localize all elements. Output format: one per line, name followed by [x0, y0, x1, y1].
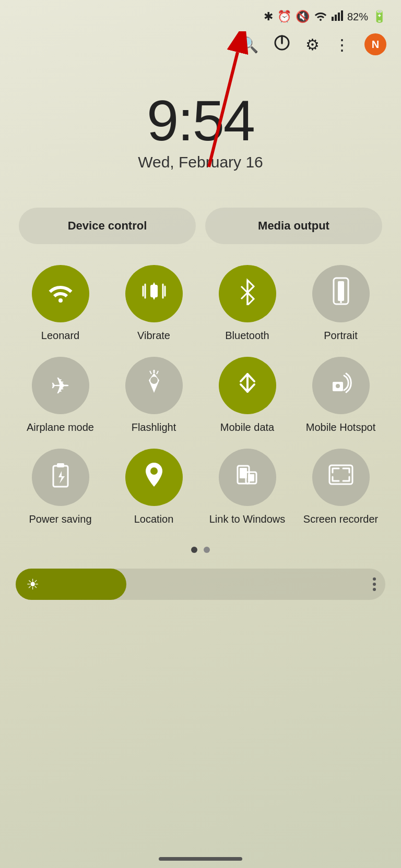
wifi-icon — [314, 9, 327, 24]
airplane-qs-icon: ✈ — [51, 372, 70, 399]
mute-icon: 🔇 — [296, 10, 310, 23]
media-output-button[interactable]: Media output — [205, 208, 382, 244]
location-qs-icon — [143, 461, 166, 494]
svg-rect-23 — [57, 463, 64, 467]
mobiledata-qs-icon — [234, 370, 261, 401]
qs-item-flashlight[interactable]: Flashlight — [112, 357, 195, 434]
device-buttons: Device control Media output — [0, 187, 401, 255]
flashlight-qs-icon — [143, 369, 166, 402]
qs-circle-leonard — [32, 265, 89, 322]
qs-label-bluetooth: Bluetooth — [225, 329, 269, 342]
svg-point-21 — [336, 384, 340, 388]
home-bar[interactable] — [159, 857, 242, 861]
qs-circle-bluetooth — [219, 265, 276, 322]
qs-circle-screenrecorder — [312, 449, 370, 506]
pagination-dots — [0, 536, 401, 558]
svg-line-19 — [150, 371, 151, 374]
status-bar: ✱ ⏰ 🔇 82% 🔋 — [0, 0, 401, 28]
svg-rect-0 — [332, 17, 334, 21]
device-control-button[interactable]: Device control — [19, 208, 196, 244]
qs-circle-portrait — [312, 265, 370, 322]
signal-icon — [332, 9, 343, 24]
power-icon[interactable] — [273, 34, 291, 55]
search-icon[interactable]: 🔍 — [239, 35, 258, 54]
qs-label-airplane: Airplane mode — [27, 420, 94, 434]
brightness-more-icon[interactable] — [373, 577, 376, 591]
qs-label-hotspot: Mobile Hotspot — [306, 420, 375, 434]
svg-point-14 — [340, 301, 342, 303]
qs-item-hotspot[interactable]: Mobile Hotspot — [299, 357, 382, 434]
brightness-icon: ☀ — [26, 576, 39, 593]
svg-rect-3 — [341, 10, 343, 21]
svg-rect-13 — [338, 281, 344, 301]
qs-circle-location — [125, 449, 183, 506]
qs-item-airplane[interactable]: ✈ Airplane mode — [19, 357, 102, 434]
screenrecorder-qs-icon — [327, 461, 355, 493]
avatar[interactable]: N — [364, 33, 386, 55]
qs-label-vibrate: Vibrate — [137, 329, 170, 342]
qs-label-screenrecorder: Screen recorder — [303, 512, 378, 526]
brightness-slider[interactable]: ☀ — [16, 569, 385, 600]
svg-rect-28 — [248, 474, 254, 481]
qs-circle-hotspot — [312, 357, 370, 414]
svg-point-16 — [150, 377, 158, 384]
qs-item-screenrecorder[interactable]: Screen recorder — [299, 449, 382, 526]
alarm-icon: ⏰ — [277, 10, 291, 23]
settings-icon[interactable]: ⚙ — [305, 35, 320, 54]
qs-item-mobiledata[interactable]: Mobile data — [206, 357, 289, 434]
qs-item-location[interactable]: Location — [112, 449, 195, 526]
qs-circle-vibrate — [125, 265, 183, 322]
svg-rect-8 — [150, 285, 158, 297]
action-bar: 🔍 ⚙ ⋮ N — [0, 28, 401, 61]
qs-label-linkwindows: Link to Windows — [209, 512, 286, 526]
qs-circle-flashlight — [125, 357, 183, 414]
bluetooth-qs-icon — [236, 277, 259, 310]
qs-label-leonard: Leonard — [41, 329, 79, 342]
qs-circle-airplane: ✈ — [32, 357, 89, 414]
qs-circle-mobiledata — [219, 357, 276, 414]
hotspot-qs-icon — [329, 371, 352, 400]
qs-item-leonard[interactable]: Leonard — [19, 265, 102, 342]
vibrate-qs-icon — [140, 277, 168, 310]
clock-area: 9:54 Wed, February 16 — [0, 61, 401, 187]
qs-label-portrait: Portrait — [324, 329, 357, 342]
svg-rect-1 — [335, 15, 337, 21]
qs-item-linkwindows[interactable]: Link to Windows — [206, 449, 289, 526]
qs-circle-linkwindows — [219, 449, 276, 506]
powersaving-qs-icon — [49, 461, 72, 494]
portrait-qs-icon — [331, 277, 351, 310]
qs-label-flashlight: Flashlight — [132, 420, 176, 434]
qs-item-vibrate[interactable]: Vibrate — [112, 265, 195, 342]
clock-time: 9:54 — [0, 92, 401, 149]
qs-label-powersaving: Power saving — [29, 512, 91, 526]
bluetooth-status-icon: ✱ — [264, 10, 273, 23]
qs-label-location: Location — [134, 512, 174, 526]
clock-date: Wed, February 16 — [0, 153, 401, 171]
more-icon[interactable]: ⋮ — [334, 35, 350, 54]
wifi-qs-icon — [46, 280, 75, 308]
svg-line-18 — [157, 371, 158, 374]
status-icons: ✱ ⏰ 🔇 82% 🔋 — [264, 9, 386, 24]
qs-circle-powersaving — [32, 449, 89, 506]
svg-point-24 — [150, 467, 158, 475]
linkwindows-qs-icon — [234, 462, 261, 493]
qs-item-powersaving[interactable]: Power saving — [19, 449, 102, 526]
battery-percentage: 82% — [347, 11, 368, 23]
quick-settings-grid: Leonard Vibrate Bluetooth Portrait ✈ — [0, 255, 401, 536]
battery-icon: 🔋 — [372, 10, 386, 23]
pagination-dot-1 — [191, 547, 197, 553]
qs-item-bluetooth[interactable]: Bluetooth — [206, 265, 289, 342]
pagination-dot-2 — [204, 547, 210, 553]
qs-item-portrait[interactable]: Portrait — [299, 265, 382, 342]
svg-rect-2 — [338, 13, 340, 21]
qs-label-mobiledata: Mobile data — [220, 420, 274, 434]
